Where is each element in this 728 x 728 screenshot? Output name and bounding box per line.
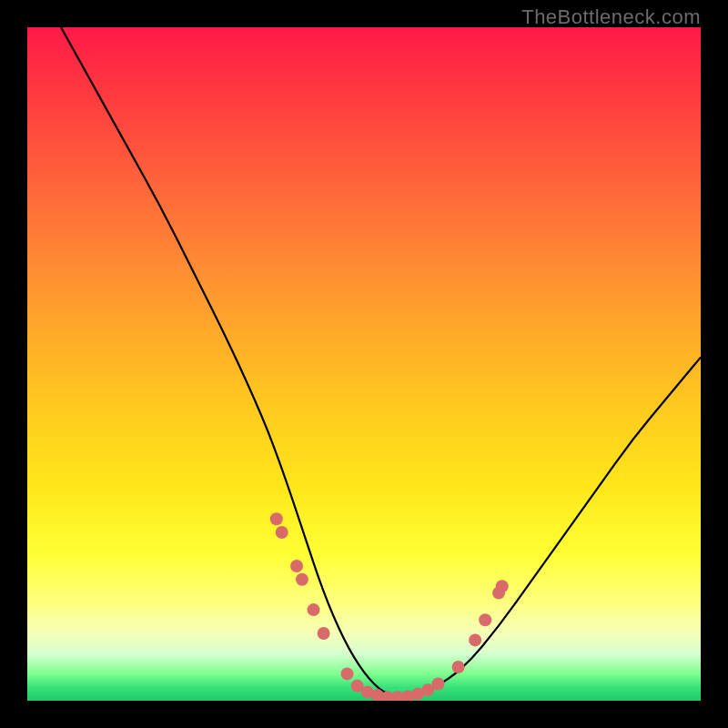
- curve-marker: [469, 633, 481, 646]
- chart-frame: TheBottleneck.com: [0, 0, 728, 728]
- curve-marker: [290, 560, 303, 572]
- curve-marker: [496, 580, 509, 592]
- curve-marker: [431, 678, 444, 691]
- curve-marker: [308, 603, 320, 616]
- curve-marker: [296, 573, 308, 586]
- curve-marker: [318, 627, 330, 640]
- plot-area: [27, 27, 701, 701]
- curve-marker: [270, 512, 283, 525]
- watermark-text: TheBottleneck.com: [521, 5, 701, 29]
- curve-marker: [276, 526, 288, 539]
- curve-layer: [27, 27, 701, 701]
- curve-marker: [479, 613, 491, 626]
- curve-marker: [341, 667, 354, 680]
- bottleneck-curve: [61, 27, 701, 696]
- curve-marker: [452, 661, 465, 673]
